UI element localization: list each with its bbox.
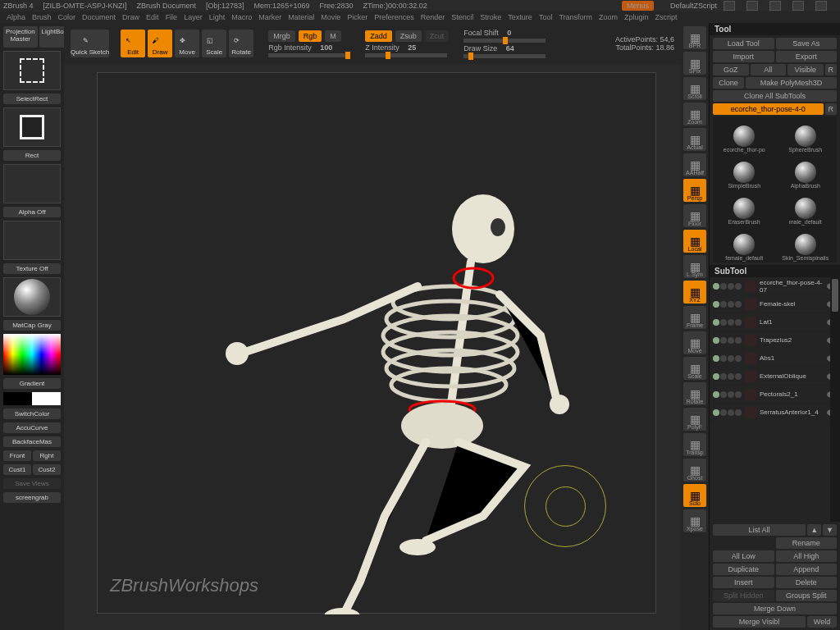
merge-visible-button[interactable]: Merge Visibl bbox=[713, 616, 806, 628]
menu-draw[interactable]: Draw bbox=[122, 13, 139, 21]
canvas-area[interactable]: ZBrushWorkshops bbox=[64, 64, 681, 630]
rgb-intensity-slider[interactable] bbox=[268, 53, 350, 57]
front-button[interactable]: Front bbox=[3, 450, 31, 461]
tool-thumb[interactable]: SimpleBrush bbox=[714, 154, 774, 189]
menu-material[interactable]: Material bbox=[288, 13, 314, 21]
save-as-button[interactable]: Save As bbox=[776, 38, 838, 49]
actual-button[interactable]: ▦Actual bbox=[683, 128, 706, 151]
down-button[interactable]: ▼ bbox=[823, 524, 837, 536]
maximize-icon[interactable] bbox=[792, 1, 804, 11]
floor-button[interactable]: ▦Floor bbox=[683, 204, 706, 227]
menu-transform[interactable]: Transform bbox=[559, 13, 592, 21]
color-picker[interactable] bbox=[3, 334, 61, 375]
split-hidden-button[interactable]: Split Hidden bbox=[713, 590, 774, 601]
menu-alpha[interactable]: Alpha bbox=[7, 13, 25, 21]
goz-all-button[interactable]: All bbox=[751, 64, 787, 75]
menu-render[interactable]: Render bbox=[421, 13, 445, 21]
rotate-button[interactable]: ⟳Rotate bbox=[229, 30, 253, 57]
tool-thumb[interactable]: Skin_Semispinalis bbox=[776, 226, 836, 261]
scroll-button[interactable]: ▦Scroll bbox=[683, 77, 706, 100]
local-button[interactable]: ▦Local bbox=[683, 230, 706, 253]
load-tool-button[interactable]: Load Tool bbox=[713, 38, 774, 49]
menu-movie[interactable]: Movie bbox=[321, 13, 340, 21]
duplicate-button[interactable]: Duplicate bbox=[713, 564, 774, 575]
zoom-button[interactable]: ▦Zoom bbox=[683, 103, 706, 126]
cust2-button[interactable]: Cust2 bbox=[33, 464, 61, 475]
menu-zplugin[interactable]: Zplugin bbox=[624, 13, 649, 21]
menu-stencil[interactable]: Stencil bbox=[451, 13, 473, 21]
save-views-button[interactable]: Save Views bbox=[3, 478, 61, 489]
subtool-header[interactable]: SubTool bbox=[710, 265, 840, 277]
menu-macro[interactable]: Macro bbox=[231, 13, 252, 21]
delete-button[interactable]: Delete bbox=[776, 577, 838, 588]
lsym-button[interactable]: ▦L.Sym bbox=[683, 255, 706, 278]
subtool-item[interactable]: Trapezius2 bbox=[710, 331, 840, 349]
merge-down-button[interactable]: Merge Down bbox=[713, 603, 837, 614]
select-rect-thumb[interactable] bbox=[3, 51, 61, 90]
subtool-item[interactable]: Female-skel bbox=[710, 295, 840, 313]
subtool-item[interactable]: Abs1 bbox=[710, 349, 840, 368]
menu-picker[interactable]: Picker bbox=[347, 13, 368, 21]
insert-button[interactable]: Insert bbox=[713, 577, 774, 588]
menu-preferences[interactable]: Preferences bbox=[374, 13, 414, 21]
xpose-button[interactable]: ▦Xpose bbox=[683, 509, 706, 532]
tool-thumb[interactable]: EraserBrush bbox=[714, 190, 774, 225]
menu-file[interactable]: File bbox=[166, 13, 178, 21]
subtool-item[interactable]: Pectorals2_1 bbox=[710, 386, 840, 404]
clone-button[interactable]: Clone bbox=[713, 77, 744, 89]
rename-button[interactable]: Rename bbox=[776, 537, 838, 549]
polyf-button[interactable]: ▦PolyF bbox=[683, 408, 706, 431]
transp-button[interactable]: ▦Transp bbox=[683, 433, 706, 456]
subtool-scrollbar[interactable] bbox=[830, 277, 840, 522]
menu-edit[interactable]: Edit bbox=[146, 13, 159, 21]
rgb-tab[interactable]: Rgb bbox=[299, 30, 322, 42]
move-button[interactable]: ▦Move bbox=[683, 331, 706, 354]
subtool-item[interactable]: ExternalOblique bbox=[710, 368, 840, 386]
import-button[interactable]: Import bbox=[713, 51, 774, 62]
menu-document[interactable]: Document bbox=[82, 13, 116, 21]
scale-button[interactable]: ▦Scale bbox=[683, 357, 706, 380]
color-swatches[interactable] bbox=[3, 392, 61, 405]
tool-name-field[interactable]: ecorche_thor-pose-4-0 bbox=[713, 103, 824, 115]
subtool-item[interactable]: ecorche_thor-pose-4-07 bbox=[710, 277, 840, 295]
texture-thumb[interactable] bbox=[3, 221, 61, 260]
menu-color[interactable]: Color bbox=[58, 13, 76, 21]
minimize-icon[interactable] bbox=[769, 1, 781, 11]
focal-shift-slider[interactable] bbox=[463, 39, 546, 43]
all-high-button[interactable]: All High bbox=[776, 550, 838, 562]
subtool-item[interactable]: SerratusAnterior1_4 bbox=[710, 404, 840, 422]
goz-visible-button[interactable]: Visible bbox=[788, 64, 824, 75]
z-intensity-slider[interactable] bbox=[365, 53, 447, 57]
zadd-tab[interactable]: Zadd bbox=[365, 30, 392, 42]
window-tray-icon[interactable] bbox=[724, 1, 735, 11]
default-zscript[interactable]: DefaultZScript bbox=[670, 2, 717, 10]
menu-tool[interactable]: Tool bbox=[539, 13, 553, 21]
draw-button[interactable]: 🖌Draw bbox=[148, 30, 172, 57]
split-icon[interactable] bbox=[746, 1, 758, 11]
persp-button[interactable]: ▦Persp bbox=[683, 179, 706, 202]
tool-thumb[interactable]: male_default bbox=[776, 190, 836, 225]
spix-button[interactable]: ▦SPix bbox=[683, 52, 706, 75]
frame-button[interactable]: ▦Frame bbox=[683, 306, 706, 329]
screengrab-button[interactable]: screengrab bbox=[3, 492, 61, 503]
ghost-button[interactable]: ▦Ghost bbox=[683, 459, 706, 482]
menu-light[interactable]: Light bbox=[209, 13, 226, 21]
canvas[interactable]: ZBrushWorkshops bbox=[97, 72, 656, 614]
close-icon[interactable] bbox=[815, 1, 827, 11]
rotate-button[interactable]: ▦Rotate bbox=[683, 382, 706, 405]
groups-split-button[interactable]: Groups Split bbox=[776, 590, 838, 601]
projection-master-button[interactable]: Projection Master bbox=[3, 26, 38, 48]
quick-sketch-button[interactable]: ✎Quick Sketch bbox=[71, 30, 109, 57]
zsub-tab[interactable]: Zsub bbox=[395, 30, 422, 42]
clone-all-subtools-button[interactable]: Clone All SubTools bbox=[713, 90, 837, 102]
m-tab[interactable]: M bbox=[325, 30, 341, 42]
weld-button[interactable]: Weld bbox=[807, 616, 837, 628]
skeleton-model[interactable] bbox=[196, 155, 590, 614]
list-all-button[interactable]: List All bbox=[713, 524, 806, 536]
subtool-item[interactable]: Lat1 bbox=[710, 313, 840, 331]
up-button[interactable]: ▲ bbox=[807, 524, 821, 536]
goz-r-button[interactable]: R bbox=[825, 64, 838, 75]
aahalf-button[interactable]: ▦AAHalf bbox=[683, 153, 706, 176]
menu-marker[interactable]: Marker bbox=[258, 13, 281, 21]
tool-r-button[interactable]: R bbox=[825, 103, 838, 115]
